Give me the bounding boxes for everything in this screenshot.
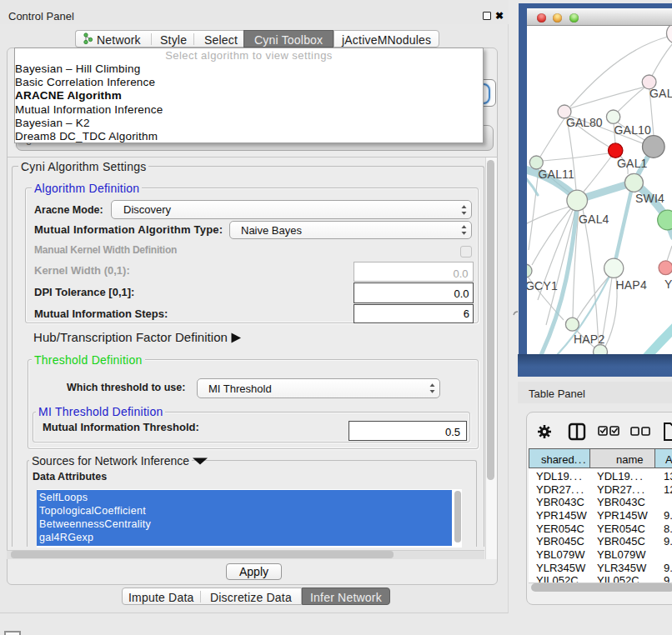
svg-text:GAL8: GAL8: [649, 87, 672, 100]
svg-text:HAP4: HAP4: [616, 278, 647, 292]
svg-text:GAL1: GAL1: [617, 157, 648, 170]
svg-text:GAL11: GAL11: [539, 168, 575, 181]
svg-text:GAL4: GAL4: [579, 212, 609, 226]
svg-text:SWI4: SWI4: [635, 192, 664, 205]
svg-text:HAP2: HAP2: [574, 332, 604, 346]
svg-text:YH: YH: [664, 278, 672, 291]
svg-text:GAL10: GAL10: [614, 123, 652, 137]
svg-text:GAL80: GAL80: [566, 116, 603, 129]
svg-text:GCY1: GCY1: [527, 279, 558, 292]
